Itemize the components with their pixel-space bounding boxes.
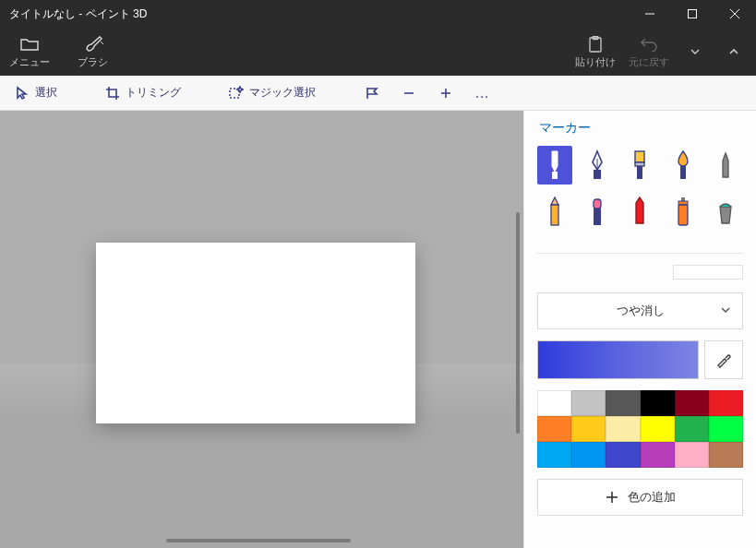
current-color[interactable] <box>537 340 699 379</box>
color-swatch[interactable] <box>606 442 640 468</box>
divider <box>537 253 743 254</box>
crayon-icon <box>629 196 651 227</box>
svg-rect-4 <box>590 38 601 52</box>
color-swatch[interactable] <box>571 442 606 468</box>
plus-icon <box>606 491 618 504</box>
color-swatch[interactable] <box>571 416 606 442</box>
menu-label: メニュー <box>9 55 50 69</box>
brush-crayon[interactable] <box>622 192 657 231</box>
svg-rect-12 <box>594 170 601 179</box>
canvas[interactable] <box>96 243 415 423</box>
maximize-button[interactable] <box>671 0 714 28</box>
view-3d-tool[interactable] <box>358 82 386 104</box>
undo-label: 元に戻す <box>629 55 669 69</box>
svg-rect-14 <box>635 162 644 166</box>
undo-button[interactable]: 元に戻す <box>629 35 669 69</box>
folder-icon <box>20 35 39 54</box>
color-swatch[interactable] <box>675 442 709 468</box>
chevron-up-icon <box>728 46 739 57</box>
svg-rect-17 <box>551 205 558 225</box>
zoom-out-button[interactable] <box>395 82 423 104</box>
svg-rect-15 <box>637 166 642 179</box>
collapse-ribbon-button[interactable] <box>721 46 747 57</box>
pencil-icon <box>544 196 566 227</box>
brush-marker[interactable] <box>537 146 572 185</box>
svg-rect-22 <box>678 205 688 225</box>
svg-rect-20 <box>681 197 685 201</box>
horizontal-scrollbar[interactable] <box>166 539 351 542</box>
brush-spray-can[interactable] <box>666 192 701 231</box>
color-swatch[interactable] <box>571 390 606 416</box>
pixel-pen-icon <box>714 149 737 181</box>
watercolor-icon <box>672 149 694 181</box>
thickness-input[interactable] <box>673 265 743 280</box>
undo-icon <box>641 35 657 54</box>
color-swatch[interactable] <box>675 416 709 442</box>
color-swatch[interactable] <box>641 416 675 442</box>
brush-icon <box>83 35 103 54</box>
paste-label: 貼り付け <box>575 55 616 69</box>
pen-icon <box>586 149 608 181</box>
svg-rect-19 <box>594 208 601 225</box>
zoom-in-button[interactable] <box>432 82 460 104</box>
brush-pixel-pen[interactable] <box>708 146 743 185</box>
canvas-viewport[interactable] <box>0 111 523 548</box>
color-swatches <box>537 390 743 468</box>
finish-dropdown[interactable]: つや消し <box>537 292 743 329</box>
color-swatch[interactable] <box>709 442 743 468</box>
toolbar-more-button[interactable]: … <box>469 81 497 105</box>
close-button[interactable] <box>714 0 756 28</box>
color-swatch[interactable] <box>537 390 571 416</box>
color-swatch[interactable] <box>606 416 640 442</box>
window-controls <box>629 0 756 28</box>
eraser-icon <box>586 196 608 227</box>
bucket-icon <box>714 196 737 227</box>
color-swatch[interactable] <box>606 390 640 416</box>
more-label: … <box>474 85 491 101</box>
eyedropper-icon <box>715 351 732 368</box>
svg-rect-10 <box>552 172 558 179</box>
plus-icon <box>438 86 453 101</box>
crop-icon <box>105 86 120 101</box>
ribbon: メニュー ブラシ 貼り付け 元に戻す <box>0 28 756 76</box>
color-swatch[interactable] <box>641 442 675 468</box>
magic-select-icon <box>229 86 244 101</box>
minus-icon <box>402 86 416 101</box>
eyedropper-button[interactable] <box>704 340 743 379</box>
vertical-scrollbar[interactable] <box>516 212 520 434</box>
menu-button[interactable]: メニュー <box>9 35 50 69</box>
chevron-down-icon <box>720 304 731 318</box>
brush-oil[interactable] <box>622 146 657 185</box>
finish-label: つや消し <box>617 303 665 319</box>
paste-button[interactable]: 貼り付け <box>575 35 616 69</box>
side-panel: マーカー <box>523 111 756 548</box>
add-color-label: 色の追加 <box>628 489 676 506</box>
brush-fill[interactable] <box>708 192 743 231</box>
brush-grid <box>537 146 743 231</box>
window-title: タイトルなし - ペイント 3D <box>0 6 629 22</box>
color-swatch[interactable] <box>641 390 675 416</box>
color-swatch[interactable] <box>537 416 571 442</box>
spray-can-icon <box>672 196 694 227</box>
brush-pencil[interactable] <box>537 192 572 231</box>
select-tool[interactable]: 選択 <box>9 81 63 104</box>
magic-select-tool[interactable]: マジック選択 <box>223 81 321 104</box>
brush-watercolor[interactable] <box>666 146 701 185</box>
ribbon-more-button[interactable] <box>682 47 708 56</box>
crop-tool[interactable]: トリミング <box>100 81 186 104</box>
color-swatch[interactable] <box>709 416 743 442</box>
svg-rect-1 <box>689 10 697 18</box>
color-swatch[interactable] <box>675 390 709 416</box>
add-color-button[interactable]: 色の追加 <box>537 479 743 516</box>
brush-calligraphy-pen[interactable] <box>580 146 615 185</box>
brushes-tab[interactable]: ブラシ <box>78 35 108 69</box>
cursor-icon <box>15 86 30 101</box>
color-swatch[interactable] <box>537 442 571 468</box>
svg-rect-13 <box>635 151 644 162</box>
minimize-button[interactable] <box>629 0 671 28</box>
flag-icon <box>365 86 379 101</box>
marker-icon <box>544 149 566 181</box>
color-swatch[interactable] <box>709 390 743 416</box>
magic-select-label: マジック選択 <box>249 85 316 101</box>
brush-eraser[interactable] <box>580 192 615 231</box>
